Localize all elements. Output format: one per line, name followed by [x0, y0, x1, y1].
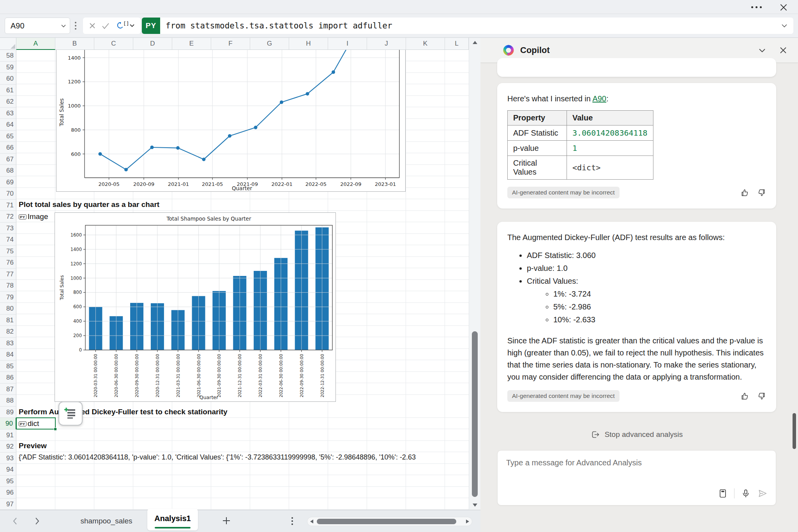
next-sheet-icon[interactable] [33, 516, 41, 526]
thumbs-down-icon[interactable] [757, 392, 766, 401]
row-header-75[interactable]: 75 [0, 246, 16, 257]
row-header-96[interactable]: 96 [0, 487, 16, 498]
close-icon[interactable] [779, 2, 789, 12]
row-header-66[interactable]: 66 [0, 142, 16, 154]
sheet-tab-analysis1[interactable]: Analysis1 [147, 509, 198, 530]
row-header-91[interactable]: 91 [0, 429, 16, 441]
microphone-icon[interactable] [741, 488, 751, 498]
sheet-horizontal-scrollbar[interactable] [307, 517, 472, 526]
column-header-d[interactable]: D [133, 38, 172, 50]
sheet-options-icon[interactable] [291, 517, 293, 525]
formula-input[interactable]: PY from statsmodels.tsa.stattools import… [142, 18, 793, 34]
column-header-e[interactable]: E [172, 38, 211, 50]
row-header-62[interactable]: 62 [0, 96, 16, 108]
cancel-icon[interactable] [88, 22, 96, 30]
cell-a92-text[interactable]: Preview [19, 442, 47, 450]
row-header-65[interactable]: 65 [0, 131, 16, 142]
row-header-95[interactable]: 95 [0, 475, 16, 487]
formula-text[interactable]: from statsmodels.tsa.stattools import ad… [166, 21, 392, 30]
selected-cell-a90[interactable]: PYdict [16, 417, 56, 429]
cell-a71-text[interactable]: Plot total sales by quarter as a bar cha… [19, 200, 159, 209]
scroll-down-icon[interactable] [473, 504, 477, 507]
row-header-83[interactable]: 83 [0, 338, 16, 349]
row-header-74[interactable]: 74 [0, 234, 16, 246]
row-header-64[interactable]: 64 [0, 119, 16, 131]
collapse-panel-icon[interactable] [757, 46, 767, 55]
scroll-up-icon[interactable] [473, 41, 477, 44]
vertical-scroll-thumb[interactable] [472, 331, 478, 497]
row-header-58[interactable]: 58 [0, 50, 16, 62]
column-header-l[interactable]: L [445, 38, 469, 50]
sheet-vertical-scrollbar[interactable] [469, 38, 480, 510]
column-header-g[interactable]: G [250, 38, 289, 50]
cell-reference-link[interactable]: A90 [592, 94, 606, 103]
enter-icon[interactable] [101, 22, 110, 30]
cell-a72-text[interactable]: PYImage [19, 212, 48, 221]
prev-sheet-icon[interactable] [11, 516, 19, 526]
select-all-corner[interactable] [0, 38, 16, 50]
bar-chart-object[interactable]: Total Shampoo Sales by Quarter0200400600… [55, 212, 336, 402]
row-header-73[interactable]: 73 [0, 223, 16, 234]
chevron-down-icon[interactable] [60, 23, 67, 29]
column-header-i[interactable]: I [328, 38, 367, 50]
row-header-79[interactable]: 79 [0, 292, 16, 303]
row-header-97[interactable]: 97 [0, 498, 16, 510]
row-header-85[interactable]: 85 [0, 361, 16, 372]
thumbs-up-icon[interactable] [740, 392, 749, 401]
row-header-93[interactable]: 93 [0, 452, 16, 464]
insert-data-button[interactable] [58, 401, 83, 426]
row-header-77[interactable]: 77 [0, 269, 16, 280]
row-header-86[interactable]: 86 [0, 372, 16, 384]
column-header-j[interactable]: J [367, 38, 406, 50]
cell-a93-text[interactable]: {'ADF Statistic': 3.06014208364118, 'p-v… [19, 453, 468, 461]
row-header-76[interactable]: 76 [0, 257, 16, 269]
add-sheet-icon[interactable] [221, 516, 231, 526]
row-header-90[interactable]: 90 [0, 418, 16, 429]
stop-advanced-analysis-button[interactable]: Stop advanced analysis [497, 430, 776, 439]
row-header-78[interactable]: 78 [0, 280, 16, 292]
row-header-67[interactable]: 67 [0, 154, 16, 165]
scroll-left-icon[interactable] [310, 520, 313, 523]
more-options-icon[interactable] [751, 6, 762, 8]
close-panel-icon[interactable] [779, 46, 788, 55]
column-header-f[interactable]: F [211, 38, 250, 50]
row-header-94[interactable]: 94 [0, 464, 16, 475]
scroll-right-icon[interactable] [466, 520, 469, 523]
row-header-69[interactable]: 69 [0, 177, 16, 188]
row-header-82[interactable]: 82 [0, 326, 16, 338]
row-header-84[interactable]: 84 [0, 349, 16, 361]
row-header-89[interactable]: 89 [0, 407, 16, 418]
line-chart-object[interactable]: 6008001000120014002020-052020-092021-012… [56, 50, 406, 192]
send-icon[interactable] [757, 488, 768, 499]
row-header-72[interactable]: 72 [0, 211, 16, 223]
panel-scroll-thumb[interactable] [793, 413, 796, 449]
row-header-88[interactable]: 88 [0, 395, 16, 407]
row-header-68[interactable]: 68 [0, 165, 16, 177]
column-header-h[interactable]: H [289, 38, 328, 50]
column-header-a[interactable]: A [16, 38, 55, 50]
row-header-87[interactable]: 87 [0, 384, 16, 395]
thumbs-down-icon[interactable] [757, 188, 766, 197]
fill-handle[interactable] [54, 428, 57, 431]
column-header-c[interactable]: C [94, 38, 133, 50]
row-header-70[interactable]: 70 [0, 188, 16, 200]
name-box[interactable]: A90 [5, 18, 70, 34]
column-header-b[interactable]: B [55, 38, 94, 50]
prompt-guide-icon[interactable] [718, 488, 728, 498]
row-header-63[interactable]: 63 [0, 108, 16, 119]
column-header-k[interactable]: K [406, 38, 445, 50]
row-header-92[interactable]: 92 [0, 441, 16, 452]
horizontal-scroll-thumb[interactable] [317, 519, 456, 524]
sheet-tab-shampoo-sales[interactable]: shampoo_sales [69, 510, 143, 532]
row-header-80[interactable]: 80 [0, 303, 16, 315]
thumbs-up-icon[interactable] [740, 188, 749, 197]
row-header-59[interactable]: 59 [0, 62, 16, 73]
row-header-60[interactable]: 60 [0, 73, 16, 85]
formula-bar-grip-icon[interactable] [75, 22, 76, 30]
row-header-71[interactable]: 71 [0, 200, 16, 211]
python-convert-icon[interactable]: [] [115, 21, 136, 31]
row-header-81[interactable]: 81 [0, 315, 16, 326]
cell-a89-text[interactable]: Perform Augmented Dickey-Fuller test to … [19, 408, 228, 416]
copilot-message-input[interactable]: Type a message for Advanced Analysis [497, 450, 776, 505]
expand-formula-bar-icon[interactable] [781, 23, 788, 29]
